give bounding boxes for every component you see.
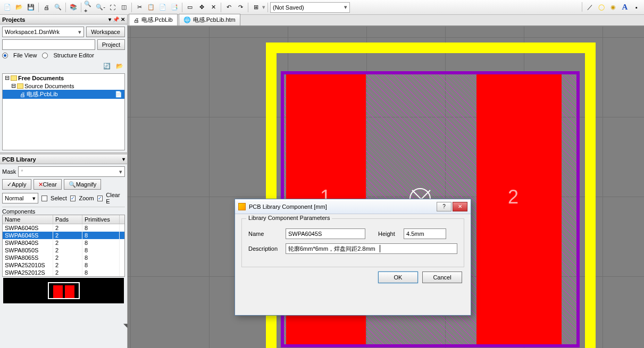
main-toolbar: 📄 📂 💾 🖨 🔍 📚 🔍+ 🔍- ⛶ ◫ ✂ 📋 📄 📑 ▭ ✥ ✕ ↶ ↷ …	[0, 0, 644, 15]
separator	[65, 3, 66, 12]
via-icon[interactable]: ◉	[608, 2, 618, 13]
paste-icon[interactable]: 📄	[157, 2, 168, 13]
group-title: Library Component Parameters	[246, 215, 332, 221]
project-tree[interactable]: ⊟ Free Documents ⊟ Source Documents 🖨 电感…	[2, 73, 125, 150]
zoom-check[interactable]: ✓	[70, 196, 76, 201]
height-input[interactable]: 4.5mm	[404, 228, 446, 239]
parameters-group: Library Component Parameters Name SWPA60…	[241, 218, 464, 267]
components-table[interactable]: Name Pads Primitives SWPA6040S28 SWPA604…	[2, 215, 125, 277]
pad-icon[interactable]: ◯	[596, 2, 607, 13]
table-row[interactable]: SWPA8040S28	[3, 239, 124, 247]
text-icon[interactable]: A	[620, 2, 630, 13]
select-rect-icon[interactable]: ▭	[185, 2, 195, 13]
grid-icon[interactable]: ⊞	[250, 2, 261, 13]
separator	[38, 3, 39, 12]
desc-label: Description	[248, 245, 281, 252]
dialog-titlebar[interactable]: PCB Library Component [mm] ? ✕	[235, 199, 471, 214]
new-icon[interactable]: 📄	[2, 2, 13, 13]
workspace-name: Workspace1.DsnWrk	[5, 29, 60, 35]
save-icon[interactable]: 💾	[26, 2, 36, 13]
line-icon[interactable]: ／	[584, 2, 595, 13]
help-button[interactable]: ?	[437, 202, 451, 211]
clear-e-label: Clear E	[106, 192, 125, 205]
project-button[interactable]: Project	[97, 39, 125, 50]
pcblib-panel-header[interactable]: PCB Library ▾	[0, 155, 127, 164]
table-row[interactable]: SWPA252010S28	[3, 261, 124, 269]
pad-2-label: 2	[508, 186, 518, 208]
table-row[interactable]: SWPA8065S28	[3, 254, 124, 261]
separator	[131, 3, 132, 12]
cancel-button[interactable]: Cancel	[422, 271, 462, 283]
file-view-label: File View	[13, 52, 37, 58]
save-state-dropdown[interactable]: (Not Saved) ▾	[270, 2, 350, 13]
name-input[interactable]: SWPA6045S	[286, 228, 365, 239]
dialog-icon	[238, 203, 246, 210]
document-tabs: 🖨 电感.PcbLib 🌐 电感.PcbLib.htm	[128, 15, 644, 27]
mask-input[interactable]: *▾	[18, 166, 125, 177]
select-check[interactable]	[41, 196, 47, 201]
workspace-button[interactable]: Workspace	[86, 27, 125, 37]
pcblib-title: PCB Library	[2, 156, 36, 163]
components-label: Components	[2, 207, 125, 215]
table-row[interactable]: SWPA252012S28	[3, 269, 124, 276]
panel-menu-icon[interactable]: ▾ 📌 ✕	[108, 16, 125, 22]
tree-sub[interactable]: ⊟ Source Documents	[3, 82, 124, 90]
mode-dropdown[interactable]: Normal▾	[2, 193, 38, 203]
paste-special-icon[interactable]: 📑	[169, 2, 180, 13]
tree-root[interactable]: ⊟ Free Documents	[3, 74, 124, 82]
copy-icon[interactable]: 📋	[146, 2, 156, 13]
separator	[248, 3, 248, 12]
close-button[interactable]: ✕	[453, 202, 467, 211]
separator	[582, 2, 582, 12]
file-view-radio[interactable]	[2, 53, 8, 58]
component-preview	[3, 278, 124, 303]
save-state-text: (Not Saved)	[273, 4, 304, 11]
zoom-label: Zoom	[79, 195, 94, 201]
dialog-title-text: PCB Library Component [mm]	[249, 203, 327, 210]
deselect-icon[interactable]: ✕	[208, 2, 219, 13]
left-panel: Projects ▾ 📌 ✕ Workspace1.DsnWrk ▾ Works…	[0, 15, 128, 348]
open-icon[interactable]: 📂	[14, 2, 24, 13]
preview-icon[interactable]: 🔍	[53, 2, 63, 13]
zoom-select-icon[interactable]: ◫	[119, 2, 129, 13]
tree-file[interactable]: 🖨 电感.PcbLib📄	[3, 90, 124, 99]
separator	[221, 3, 221, 12]
col-prims[interactable]: Primitives	[82, 215, 120, 224]
move-icon[interactable]: ✥	[196, 2, 207, 13]
redo-icon[interactable]: ↷	[235, 2, 246, 13]
zoom-fit-icon[interactable]: ⛶	[107, 2, 118, 13]
height-label: Height	[378, 231, 399, 237]
projects-panel-header[interactable]: Projects ▾ 📌 ✕	[0, 15, 127, 24]
cut-icon[interactable]: ✂	[134, 2, 145, 13]
resize-handle[interactable]: ◥	[123, 322, 128, 328]
clear-button[interactable]: ✕ Clear	[34, 179, 62, 190]
structure-editor-radio[interactable]	[42, 53, 48, 58]
table-row[interactable]: SWPA6040S28	[3, 224, 124, 232]
col-pads[interactable]: Pads	[53, 215, 82, 224]
more-icon[interactable]: ▪	[631, 2, 642, 13]
component-properties-dialog: PCB Library Component [mm] ? ✕ Library C…	[235, 199, 471, 316]
table-row[interactable]: SWPA8050S28	[3, 247, 124, 254]
book-icon[interactable]: 📚	[68, 2, 79, 13]
print-icon[interactable]: 🖨	[41, 2, 52, 13]
ok-button[interactable]: OK	[378, 271, 418, 283]
tab-htm[interactable]: 🌐 电感.PcbLib.htm	[179, 14, 240, 26]
separator	[182, 3, 182, 12]
clear-check[interactable]: ✓	[97, 196, 103, 201]
workspace-dropdown[interactable]: Workspace1.DsnWrk ▾	[2, 27, 84, 37]
zoom-out-icon[interactable]: 🔍-	[95, 2, 106, 13]
magnify-button[interactable]: 🔍 Magnify	[64, 179, 102, 190]
folder-open-icon[interactable]: 📂	[114, 61, 125, 71]
panel-menu-icon[interactable]: ▾	[122, 156, 125, 162]
refresh-icon[interactable]: 🔄	[102, 61, 112, 71]
apply-button[interactable]: ✓ Apply	[2, 179, 31, 190]
undo-icon[interactable]: ↶	[223, 2, 234, 13]
col-name[interactable]: Name	[3, 215, 53, 224]
project-path-input[interactable]	[2, 39, 95, 50]
projects-title: Projects	[2, 16, 25, 23]
table-row[interactable]: SWPA6045S28	[3, 232, 124, 239]
desc-input[interactable]: 轮廓6mm*6mm，焊盘间距2.8mm	[286, 243, 457, 254]
zoom-in-icon[interactable]: 🔍+	[83, 2, 94, 13]
mask-label: Mask	[2, 168, 16, 175]
tab-pcblib[interactable]: 🖨 电感.PcbLib	[129, 14, 178, 26]
